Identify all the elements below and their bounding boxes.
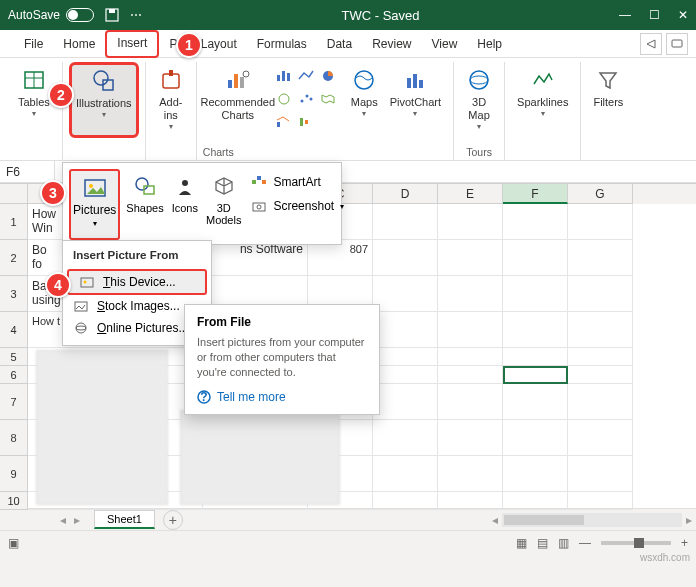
this-device-item[interactable]: TThis Device...his Device... [67,269,207,295]
chart-types-grid-2[interactable] [295,62,317,132]
sheet-tab[interactable]: Sheet1 [94,510,155,529]
3d-map-dropdown[interactable]: 3D Map ▾ [460,62,498,135]
chart-types-grid-3[interactable] [317,62,339,109]
row-header-3[interactable]: 3 [0,276,28,312]
name-box[interactable]: F6 [0,161,55,183]
recommended-charts-button[interactable]: Recommended Charts [203,62,273,126]
tab-page-layout[interactable]: Page Layout [159,30,246,58]
row-header-5[interactable]: 5 [0,348,28,366]
view-normal-icon[interactable]: ▦ [516,536,527,550]
tab-home[interactable]: Home [53,30,105,58]
smartart-icon [251,175,267,189]
svg-rect-22 [300,118,303,126]
row-header-10[interactable]: 10 [0,492,28,510]
svg-rect-34 [144,186,154,194]
tab-file[interactable]: File [14,30,53,58]
chart-types-grid[interactable] [273,62,295,132]
comments-button[interactable] [666,33,688,55]
row-header-2[interactable]: 2 [0,240,28,276]
row-header-9[interactable]: 9 [0,456,28,492]
scatter-chart-icon[interactable] [295,89,317,109]
svg-rect-16 [287,73,290,81]
recommended-charts-icon [224,66,252,94]
active-cell[interactable] [503,366,568,384]
svg-point-29 [470,71,488,89]
autosave-toggle[interactable]: AutoSave [8,8,94,22]
tab-review[interactable]: Review [362,30,421,58]
svg-point-25 [355,71,373,89]
shapes-dropdown[interactable]: Shapes [124,169,165,240]
zoom-out-button[interactable]: — [579,536,591,550]
col-header-e[interactable]: E [438,184,503,204]
close-button[interactable]: ✕ [678,8,688,22]
filters-dropdown[interactable]: Filters [587,62,629,113]
pivotchart-label: PivotChart [390,96,441,109]
record-macro-icon[interactable]: ▣ [8,536,19,550]
tell-me-more-link[interactable]: ? Tell me more [197,390,367,404]
icons-label: Icons [172,202,198,214]
smartart-button[interactable]: SmartArt [247,173,348,191]
toggle-off-icon [66,8,94,22]
hierarchy-chart-icon[interactable] [273,89,295,109]
3d-map-icon [467,66,491,94]
svg-rect-15 [282,71,285,81]
pictures-icon [83,175,107,201]
cell-b2[interactable]: ns Software [203,240,308,276]
view-break-icon[interactable]: ▥ [558,536,569,550]
row-header-6[interactable]: 6 [0,366,28,384]
maps-dropdown[interactable]: Maps ▾ [345,62,384,122]
share-button[interactable] [640,33,662,55]
tab-data[interactable]: Data [317,30,362,58]
svg-rect-7 [103,80,113,90]
line-chart-icon[interactable] [295,66,317,86]
tab-insert[interactable]: Insert [105,30,159,58]
map-chart-icon[interactable] [317,89,339,109]
select-all-corner[interactable] [0,184,28,204]
zoom-in-button[interactable]: + [681,536,688,550]
screenshot-dropdown[interactable]: Screenshot ▾ [247,197,348,215]
hscroll-left[interactable]: ◂ [488,513,502,527]
view-page-icon[interactable]: ▤ [537,536,548,550]
cell-c2[interactable]: 807 [308,240,373,276]
tab-help[interactable]: Help [467,30,512,58]
svg-point-32 [89,184,93,188]
sheet-nav-next[interactable]: ▸ [74,513,80,527]
addins-dropdown[interactable]: Add- ins ▾ [152,62,190,135]
filter-icon [596,66,620,94]
pie-chart-icon[interactable] [317,66,339,86]
pivotchart-dropdown[interactable]: PivotChart ▾ [384,62,447,122]
row-header-7[interactable]: 7 [0,384,28,420]
svg-rect-43 [75,302,87,311]
hscroll-right[interactable]: ▸ [682,513,696,527]
waterfall-chart-icon[interactable] [295,112,317,132]
sheet-nav-prev[interactable]: ◂ [60,513,66,527]
row-header-1[interactable]: 1 [0,204,28,240]
row-header-4[interactable]: 4 [0,312,28,348]
sparklines-dropdown[interactable]: Sparklines ▾ [511,62,574,122]
add-sheet-button[interactable]: + [163,510,183,530]
maximize-button[interactable]: ☐ [649,8,660,22]
row-header-8[interactable]: 8 [0,420,28,456]
combo-chart-icon[interactable] [273,112,295,132]
sheet-tab-bar: ◂ ▸ Sheet1 + ◂ ▸ [0,508,696,530]
zoom-slider[interactable] [601,541,671,545]
minimize-button[interactable]: — [619,8,631,22]
column-chart-icon[interactable] [273,66,295,86]
pictures-dropdown[interactable]: Pictures▾ [69,169,120,240]
save-icon[interactable] [104,7,120,23]
sparklines-icon [531,66,555,94]
icons-button[interactable]: Icons [170,169,200,240]
3d-models-dropdown[interactable]: 3D Models [204,169,243,240]
title-bar: AutoSave ⋯ TWC - Saved — ☐ ✕ [0,0,696,30]
callout-1: 1 [176,32,202,58]
tab-view[interactable]: View [422,30,468,58]
hscroll-thumb[interactable] [504,515,584,525]
col-header-d[interactable]: D [373,184,438,204]
tab-formulas[interactable]: Formulas [247,30,317,58]
hscroll-track[interactable] [502,513,682,527]
col-header-f[interactable]: F [503,184,568,204]
qat-more-icon[interactable]: ⋯ [130,8,142,22]
col-header-g[interactable]: G [568,184,633,204]
recommended-charts-label: Recommended Charts [201,96,276,122]
illustrations-dropdown[interactable]: Illustrations ▾ [69,62,139,138]
